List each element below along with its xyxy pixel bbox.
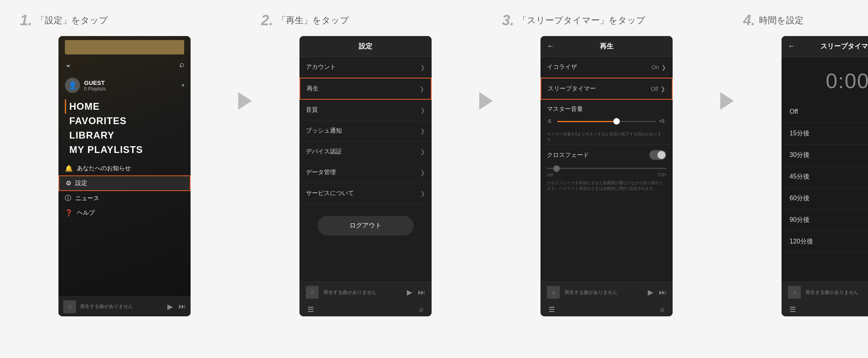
vol-max-label: +5: [659, 119, 666, 124]
player-thumbnail-3: ♫: [547, 286, 560, 299]
step-2-label: 「再生」をタップ: [277, 14, 349, 26]
step-4: 4. 時間を設定 ← スリープタイマー 0:00 Off ✓ 15分後 30分後…: [739, 12, 868, 316]
settings-title: 設定: [359, 42, 372, 50]
player-controls-3: ▶ ⏭: [648, 288, 666, 297]
screen4-title: スリープタイマー: [820, 42, 868, 51]
volume-slider[interactable]: -5 +5: [540, 116, 673, 130]
nav-home[interactable]: HOME: [65, 99, 184, 114]
settings-about[interactable]: サービスについて ❯: [299, 183, 432, 204]
screen3-title: 再生: [600, 42, 613, 51]
nav-help[interactable]: ❓ ヘルプ: [58, 206, 191, 220]
nav-settings[interactable]: ⚙ 設定: [58, 175, 191, 191]
step-3-header: 3. 「スリープタイマー」をタップ: [498, 12, 645, 29]
user-section: 👤 GUEST 0 Playlists ▾: [58, 72, 191, 95]
nav-news[interactable]: ⓘ ニュース: [58, 191, 191, 206]
bottom-nav-2: ♫ 再生する曲がありません ▶ ⏭ ☰ ⌕: [299, 282, 432, 316]
logout-button[interactable]: ログアウト: [317, 216, 414, 235]
bottom-nav-inner-3: ♫ 再生する曲がありません ▶ ⏭: [540, 282, 673, 303]
user-name: GUEST: [84, 79, 178, 86]
settings-device[interactable]: デバイス認証 ❯: [299, 141, 432, 162]
chevron-right-icon: ❯: [661, 86, 665, 92]
play-button-2[interactable]: ▶: [407, 288, 412, 297]
menu-icon-4[interactable]: ☰: [790, 305, 796, 314]
search-icon-3[interactable]: ⌕: [660, 305, 665, 314]
settings-audio[interactable]: 音質 ❯: [299, 100, 432, 121]
crossfade-track: [547, 168, 666, 169]
menu-icon[interactable]: ☰: [307, 305, 314, 314]
crossfade-slider[interactable]: [540, 165, 673, 171]
next-button-2[interactable]: ⏭: [418, 288, 425, 297]
settings-account[interactable]: アカウント ❯: [299, 57, 432, 78]
back-icon-4[interactable]: ←: [788, 42, 795, 50]
forward-arrow-icon-3: [720, 92, 734, 110]
step-1-header: 1. 「設定」をタップ: [16, 12, 108, 29]
timer-option-off[interactable]: Off ✓: [782, 101, 868, 123]
timer-option-60[interactable]: 60分後: [782, 188, 868, 209]
volume-track: [557, 121, 656, 122]
equalizer-value: On ❯: [651, 64, 666, 70]
back-icon[interactable]: ←: [547, 42, 554, 50]
crossfade-min-label: 1秒: [547, 172, 553, 178]
player-no-song-3: 再生する曲がありません: [565, 289, 643, 296]
master-volume-label: マスター音量: [540, 100, 673, 116]
crossfade-max-label: 12秒: [658, 172, 666, 178]
screen-1: ⌄ ⌕ 👤 GUEST 0 Playlists ▾ HOME FAVORITES…: [58, 36, 191, 316]
volume-fill: [557, 121, 617, 122]
nav-notifications[interactable]: 🔔 あなたへのお知らせ: [58, 161, 191, 175]
search-icon-2[interactable]: ⌕: [419, 305, 424, 314]
screen1-header: ⌄ ⌕: [58, 54, 191, 72]
player-no-song-4: 再生する曲がありません: [806, 289, 868, 296]
timer-option-90[interactable]: 90分後: [782, 209, 868, 231]
play-button[interactable]: ▶: [167, 302, 173, 311]
timer-option-120[interactable]: 120分後: [782, 231, 868, 253]
settings-push[interactable]: プッシュ通知 ❯: [299, 121, 432, 141]
nav-library[interactable]: LIBRARY: [65, 128, 184, 143]
timer-option-15[interactable]: 15分後: [782, 123, 868, 145]
arrow-1: [233, 92, 257, 110]
crossfade-labels: 1秒 12秒: [540, 171, 673, 179]
chevron-down-icon[interactable]: ⌄: [65, 59, 72, 69]
crossfade-thumb[interactable]: [553, 165, 560, 172]
play-button-3[interactable]: ▶: [648, 288, 653, 297]
step-1-label: 「設定」をタップ: [36, 14, 108, 26]
user-info: GUEST 0 Playlists: [84, 79, 178, 92]
forward-arrow-icon-2: [479, 92, 493, 110]
player-controls: ▶ ⏭: [167, 302, 186, 311]
search-icon[interactable]: ⌕: [179, 60, 184, 69]
settings-header: 設定: [299, 36, 432, 57]
settings-playback[interactable]: 再生 ❯: [299, 78, 432, 100]
playback-sleep-timer[interactable]: スリープタイマー Off ❯: [540, 78, 673, 100]
avatar: 👤: [65, 78, 80, 93]
settings-data[interactable]: データ管理 ❯: [299, 162, 432, 183]
screen4-header: ← スリープタイマー: [782, 36, 868, 57]
next-button-3[interactable]: ⏭: [659, 288, 666, 297]
step-2-header: 2. 「再生」をタップ: [257, 12, 349, 29]
nav-notifications-label: あなたへのお知らせ: [77, 165, 131, 172]
screen-2: 設定 アカウント ❯ 再生 ❯ 音質 ❯ プッシュ通知 ❯ デバイス認証 ❯ デ…: [299, 36, 432, 316]
timer-option-30[interactable]: 30分後: [782, 145, 868, 166]
nav-my-playlists[interactable]: MY PLAYLISTS: [65, 143, 184, 157]
next-button[interactable]: ⏭: [179, 302, 186, 311]
step-4-number: 4.: [743, 12, 755, 29]
volume-thumb[interactable]: [613, 118, 620, 125]
chevron-right-icon: ❯: [420, 149, 425, 155]
crossfade-toggle[interactable]: [649, 150, 666, 160]
player-controls-2: ▶ ⏭: [407, 288, 425, 297]
bell-icon: 🔔: [65, 165, 73, 172]
nav-favorites[interactable]: FAVORITES: [65, 114, 184, 128]
gear-icon: ⚙: [66, 179, 71, 187]
step-2: 2. 「再生」をタップ 設定 アカウント ❯ 再生 ❯ 音質 ❯ プッシュ通知 …: [257, 12, 474, 316]
timer-option-45[interactable]: 45分後: [782, 166, 868, 188]
user-playlists: 0 Playlists: [84, 86, 178, 92]
menu-icon-3[interactable]: ☰: [549, 305, 555, 314]
nav-help-label: ヘルプ: [77, 209, 95, 217]
chevron-right-icon: ❯: [661, 64, 666, 70]
crossfade-row: クロスフェード: [540, 144, 673, 165]
player-thumbnail-2: ♫: [306, 286, 319, 299]
dropdown-icon[interactable]: ▾: [182, 82, 184, 88]
screen-3: ← 再生 イコライザ On ❯ スリープタイマー Off ❯ マスター音量 -5: [540, 36, 673, 316]
timer-value: 0:00: [826, 69, 868, 93]
playback-equalizer[interactable]: イコライザ On ❯: [540, 57, 673, 78]
chevron-right-icon: ❯: [420, 128, 425, 134]
player-thumbnail: ♫: [63, 300, 76, 313]
